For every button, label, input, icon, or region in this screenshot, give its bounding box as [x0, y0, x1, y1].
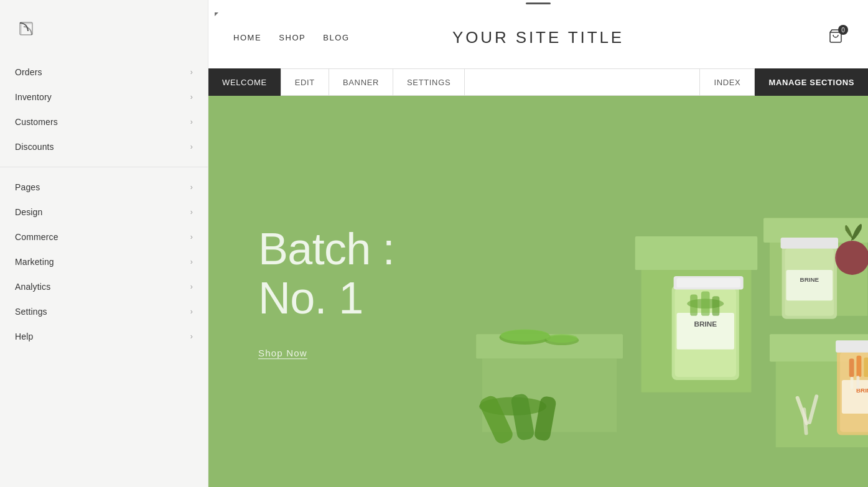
chevron-right-icon: ›: [190, 142, 193, 151]
svg-text:BRINE: BRINE: [800, 276, 819, 283]
sidebar-item-analytics[interactable]: Analytics ›: [0, 274, 208, 299]
svg-rect-23: [712, 296, 720, 315]
tab-edit[interactable]: EDIT: [281, 68, 329, 96]
svg-rect-4: [635, 236, 758, 270]
svg-rect-27: [786, 270, 833, 300]
tab-settings[interactable]: SETTINGS: [393, 68, 465, 96]
sidebar-section-site: Pages › Design › Commerce › Marketing › …: [0, 167, 208, 356]
tab-welcome[interactable]: Welcome: [208, 68, 281, 96]
nav-right-actions: 0: [828, 29, 843, 46]
site-title: YOUR SITE TITLE: [452, 28, 624, 47]
sidebar-logo: [0, 0, 208, 52]
nav-links: HOME SHOP BLOG: [233, 33, 350, 42]
chevron-right-icon: ›: [190, 332, 193, 341]
svg-rect-35: [849, 359, 854, 377]
sidebar-item-orders[interactable]: Orders ›: [0, 60, 208, 85]
sidebar-item-commerce[interactable]: Commerce ›: [0, 225, 208, 249]
website-preview-frame: HOME SHOP BLOG YOUR SITE TITLE 0 Welc: [208, 6, 868, 487]
main-content: HOME SHOP BLOG YOUR SITE TITLE 0 Welc: [208, 0, 868, 487]
chevron-right-icon: ›: [190, 208, 193, 216]
svg-text:BRINE: BRINE: [694, 320, 717, 328]
chevron-right-icon: ›: [190, 68, 193, 77]
sidebar-item-discounts[interactable]: Discounts ›: [0, 134, 208, 159]
chevron-right-icon: ›: [190, 257, 193, 266]
chevron-right-icon: ›: [190, 307, 193, 316]
drag-handle-bar: [208, 0, 868, 6]
sidebar-item-inventory[interactable]: Inventory ›: [0, 85, 208, 109]
svg-rect-39: [851, 377, 854, 389]
tab-index[interactable]: Index: [699, 68, 754, 96]
sidebar-section-commerce: Orders › Inventory › Customers › Discoun…: [0, 52, 208, 167]
sidebar-item-pages[interactable]: Pages ›: [0, 175, 208, 200]
svg-rect-21: [690, 294, 698, 315]
chevron-right-icon: ›: [190, 118, 193, 126]
svg-point-29: [835, 241, 868, 275]
svg-rect-26: [781, 238, 838, 249]
chevron-right-icon: ›: [190, 93, 193, 101]
editor-toolbar: Welcome EDIT BANNER SETTINGS Index MANAG…: [208, 68, 868, 96]
svg-rect-40: [857, 376, 860, 389]
svg-rect-36: [857, 356, 862, 377]
editor-toolbar-right: Index MANAGE SECTIONS: [699, 68, 868, 96]
tab-manage-sections[interactable]: MANAGE SECTIONS: [754, 68, 868, 96]
sidebar-item-customers[interactable]: Customers ›: [0, 109, 208, 134]
cart-count-badge: 0: [838, 25, 848, 35]
svg-rect-18: [677, 313, 734, 350]
svg-rect-37: [864, 358, 868, 377]
cart-button[interactable]: 0: [828, 29, 843, 46]
nav-link-home[interactable]: HOME: [233, 33, 261, 42]
squarespace-logo-icon: [15, 17, 37, 40]
svg-rect-17: [677, 278, 740, 288]
nav-link-shop[interactable]: SHOP: [279, 33, 306, 42]
corner-resize-indicator[interactable]: [213, 11, 223, 21]
nav-link-blog[interactable]: BLOG: [323, 33, 349, 42]
hero-banner: Batch : No. 1 Shop Now: [208, 96, 868, 487]
site-navigation: HOME SHOP BLOG YOUR SITE TITLE 0: [208, 6, 868, 68]
hero-text-block: Batch : No. 1 Shop Now: [258, 225, 394, 358]
sidebar-item-settings[interactable]: Settings ›: [0, 299, 208, 324]
drag-handle: [526, 2, 551, 4]
chevron-right-icon: ›: [190, 183, 193, 192]
sidebar-item-marketing[interactable]: Marketing ›: [0, 249, 208, 274]
svg-rect-32: [836, 340, 868, 353]
chevron-right-icon: ›: [190, 282, 193, 291]
hero-title: Batch : No. 1: [258, 225, 394, 323]
sidebar: Orders › Inventory › Customers › Discoun…: [0, 0, 208, 487]
hero-cta-button[interactable]: Shop Now: [258, 348, 394, 358]
tab-banner[interactable]: BANNER: [329, 68, 393, 96]
sidebar-item-help[interactable]: Help ›: [0, 324, 208, 349]
svg-rect-33: [842, 380, 868, 414]
svg-rect-22: [701, 292, 710, 316]
sidebar-item-design[interactable]: Design ›: [0, 200, 208, 225]
chevron-right-icon: ›: [190, 233, 193, 241]
svg-point-11: [501, 329, 550, 341]
svg-point-13: [546, 334, 577, 343]
hero-product-illustration: BRINE BRINE: [353, 96, 868, 487]
